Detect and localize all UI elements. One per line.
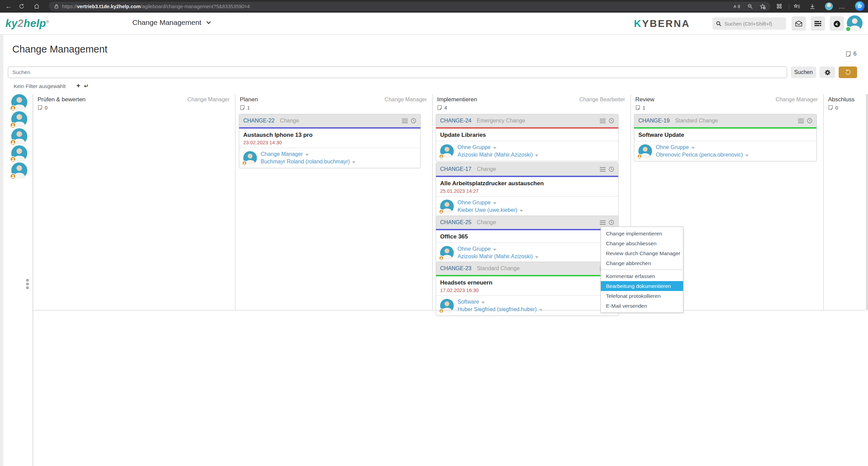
online-status-dot — [845, 26, 851, 32]
add-favorite-icon[interactable] — [760, 2, 766, 11]
apply-filter-icon[interactable]: ↵ — [84, 83, 89, 90]
add-filter-icon[interactable]: + — [76, 82, 80, 89]
assignee-link[interactable]: Kieber Uwe (uwe.kieber) — [458, 207, 517, 213]
caret-down-icon[interactable] — [691, 147, 695, 149]
global-search[interactable] — [712, 17, 786, 30]
group-link[interactable]: Software — [458, 299, 479, 305]
assignee-link[interactable]: Azizoski Mahir (Mahir.Azizoski) — [458, 152, 533, 158]
change-card-23[interactable]: CHANGE-23 Standard Change Headsets erneu… — [436, 262, 619, 316]
settings-button[interactable] — [820, 67, 835, 78]
card-actions-icon[interactable] — [600, 220, 606, 225]
card-history-icon[interactable] — [411, 118, 416, 123]
caret-down-icon[interactable] — [535, 155, 538, 157]
menu-item-kommentar-erfassen[interactable]: Kommentar erfassen — [601, 271, 683, 281]
menu-item-change-implementieren[interactable]: Change implementieren — [601, 229, 683, 238]
card-actions-icon[interactable] — [600, 167, 606, 172]
group-link[interactable]: Change Manager — [261, 151, 303, 157]
caret-down-icon[interactable] — [535, 256, 538, 258]
card-context-menu: Change implementieren Change abschliesse… — [601, 227, 683, 313]
browser-refresh-icon[interactable] — [16, 0, 27, 13]
search-button[interactable]: Suchen — [791, 67, 816, 78]
change-card-19[interactable]: CHANGE-19 Standard Change Software Updat… — [634, 114, 817, 161]
board-search-input[interactable] — [8, 67, 787, 78]
column-title: Planen — [240, 96, 258, 103]
browser-menu-icon[interactable]: … — [839, 0, 845, 13]
group-link[interactable]: Ohne Gruppe — [458, 246, 491, 252]
assignee-link[interactable]: Buchmayr Roland (roland.buchmayr) — [261, 159, 350, 164]
caret-down-icon[interactable] — [493, 147, 496, 149]
change-card-22[interactable]: CHANGE-22 Change Austausch Iphone 13 pro… — [239, 114, 421, 168]
assignee-avatar[interactable] — [440, 200, 454, 213]
dashboard-button[interactable] — [830, 16, 844, 31]
card-history-icon[interactable] — [609, 118, 614, 123]
card-history-icon[interactable] — [807, 118, 812, 123]
card-id-link[interactable]: CHANGE-19 — [638, 118, 670, 124]
group-link[interactable]: Ohne Gruppe — [656, 144, 689, 150]
column-title: Implementieren — [437, 96, 477, 103]
card-type-label: Change — [477, 166, 496, 172]
bing-icon[interactable]: b — [855, 1, 865, 11]
browser-home-icon[interactable] — [31, 0, 42, 13]
collections-icon[interactable] — [794, 0, 800, 13]
caret-down-icon[interactable] — [352, 161, 356, 163]
menu-item-review-durch-change-manager[interactable]: Review durch Change Manager — [601, 248, 683, 258]
assignee-avatar[interactable] — [440, 299, 454, 312]
card-id-link[interactable]: CHANGE-23 — [440, 265, 472, 272]
downloads-icon[interactable] — [809, 0, 815, 13]
card-due-date: 25.01.2023 14:27 — [440, 188, 614, 194]
card-title: Software Update — [638, 132, 812, 139]
assignee-link[interactable]: Azizoski Mahir (Mahir.Azizoski) — [458, 253, 533, 259]
card-actions-icon[interactable] — [402, 119, 408, 123]
card-header: CHANGE-22 Change — [239, 114, 420, 127]
change-card-25[interactable]: CHANGE-25 Change Office 365 Ohne Gruppe … — [436, 216, 619, 263]
menu-item-bearbeitung-dokumentieren[interactable]: Bearbeitung dokumentieren — [601, 281, 683, 291]
card-count-icon — [437, 105, 442, 110]
caret-down-icon[interactable] — [493, 202, 496, 204]
browser-back-icon[interactable]: ← — [3, 0, 14, 13]
assignee-avatar[interactable] — [440, 144, 454, 158]
mail-button[interactable] — [792, 16, 806, 31]
group-link[interactable]: Ohne Gruppe — [458, 144, 491, 150]
change-card-24[interactable]: CHANGE-24 Emergency Change Update Librar… — [436, 114, 619, 161]
group-link[interactable]: Ohne Gruppe — [458, 200, 491, 205]
card-header: CHANGE-19 Standard Change — [634, 114, 816, 127]
card-actions-icon[interactable] — [798, 119, 804, 123]
browser-profile-avatar[interactable] — [825, 2, 833, 10]
extensions-icon[interactable] — [776, 0, 782, 13]
kanban-board: Prüfen & bewerten Change Manager 0 Plane… — [0, 94, 868, 310]
card-title: Alle Arbeitsplatzdrucker austauschen — [440, 180, 614, 187]
ky2help-logo[interactable]: ky2help® — [5, 17, 49, 30]
zoom-icon[interactable] — [747, 2, 753, 11]
address-bar[interactable]: https://vertrieb3.t1de.ky2help.com/agile… — [49, 2, 770, 11]
caret-down-icon[interactable] — [305, 154, 309, 156]
toolbar-divider — [789, 3, 789, 9]
menu-item-change-abbrechen[interactable]: Change abbrechen — [601, 258, 683, 268]
card-id-link[interactable]: CHANGE-17 — [440, 166, 472, 172]
caret-down-icon[interactable] — [520, 210, 523, 212]
card-id-link[interactable]: CHANGE-24 — [440, 118, 472, 124]
card-id-link[interactable]: CHANGE-25 — [440, 219, 472, 225]
card-id-link[interactable]: CHANGE-22 — [243, 118, 275, 124]
card-actions-icon[interactable] — [600, 119, 606, 123]
assignee-avatar[interactable] — [440, 246, 454, 260]
read-aloud-icon[interactable]: A — [734, 2, 740, 11]
caret-down-icon[interactable] — [481, 302, 485, 304]
assignee-link[interactable]: Obrenovic Perica (perica.obrenovic) — [656, 152, 743, 158]
module-selector[interactable]: Change Management — [132, 18, 211, 27]
list-menu-button[interactable] — [811, 16, 825, 31]
caret-down-icon[interactable] — [493, 249, 496, 251]
caret-down-icon[interactable] — [745, 155, 749, 157]
assignee-avatar[interactable] — [638, 144, 652, 158]
menu-item-email-versenden[interactable]: E-Mail versenden — [601, 301, 683, 311]
assignee-avatar[interactable] — [243, 151, 257, 165]
menu-item-change-abschliessen[interactable]: Change abschliessen — [601, 238, 683, 248]
reset-button[interactable] — [839, 67, 857, 78]
menu-item-telefonat-protokollieren[interactable]: Telefonat protokollieren — [601, 291, 683, 301]
assignee-link[interactable]: Huber Siegfried (siegfried.huber) — [458, 306, 537, 312]
change-card-17[interactable]: CHANGE-17 Change Alle Arbeitsplatzdrucke… — [436, 162, 619, 217]
card-history-icon[interactable] — [609, 220, 614, 225]
lock-icon[interactable] — [54, 4, 59, 9]
global-search-input[interactable] — [724, 21, 782, 27]
card-history-icon[interactable] — [609, 166, 614, 172]
gear-icon — [824, 69, 831, 76]
